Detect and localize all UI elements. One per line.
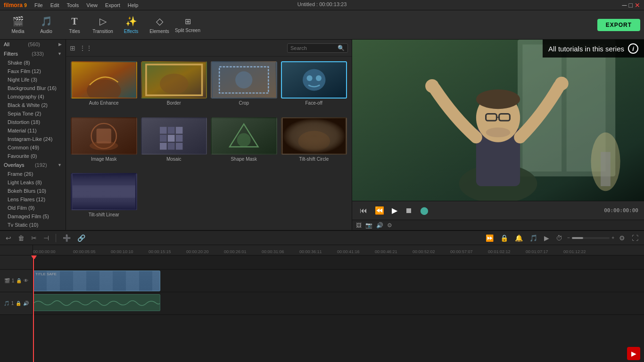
export-button[interactable]: EXPORT <box>597 19 640 31</box>
lock-icon[interactable]: 🔒 <box>16 278 22 283</box>
menu-file[interactable]: File <box>34 2 43 8</box>
split-screen-icon: ⊞ <box>185 17 191 26</box>
sidebar-item-damaged-film[interactable]: Damaged Film (5) <box>0 212 66 221</box>
filmora-corner-btn[interactable]: ▶ <box>627 347 640 360</box>
timeline-ruler[interactable]: 00:00:00:00 00:00:05:05 00:00:10:10 00:0… <box>33 245 644 255</box>
cut-btn[interactable]: ✂ <box>29 233 39 243</box>
menu-view[interactable]: View <box>86 2 98 8</box>
sidebar-item-lomography[interactable]: Lomography (4) <box>0 92 66 101</box>
effect-crop[interactable]: Crop <box>211 61 277 114</box>
add-media-btn[interactable]: ➕ <box>61 233 73 243</box>
sidebar-all[interactable]: All (560) ▶ <box>0 40 66 49</box>
sidebar-item-bw[interactable]: Black & White (2) <box>0 101 66 109</box>
audio-icon: 🎵 <box>41 16 52 27</box>
toolbar-titles[interactable]: T Titles <box>60 12 89 38</box>
svg-rect-9 <box>303 69 325 91</box>
close-btn[interactable]: ✕ <box>635 1 640 9</box>
sidebar-item-night-life[interactable]: Night Life (3) <box>0 75 66 84</box>
eye-icon[interactable]: 👁 <box>24 278 28 283</box>
sidebar-item-faux-film[interactable]: Faux Film (12) <box>0 67 66 75</box>
menu-tools[interactable]: Tools <box>67 2 79 8</box>
music-tl[interactable]: 🎵 <box>528 233 539 243</box>
fast-forward-tl[interactable]: ⏩ <box>484 233 495 243</box>
sidebar-item-common[interactable]: Common (49) <box>0 143 66 152</box>
sidebar-item-bokeh[interactable]: Bokeh Blurs (10) <box>0 187 66 195</box>
camera-btn[interactable]: 📷 <box>365 222 372 229</box>
delete-btn[interactable]: 🗑 <box>16 233 26 243</box>
effect-tilt-shift-linear[interactable]: Tilt-shift Linear <box>71 173 137 225</box>
bell-tl[interactable]: 🔔 <box>513 233 525 243</box>
playhead-triangle <box>32 255 37 259</box>
sidebar-item-material[interactable]: Material (11) <box>0 126 66 135</box>
video-clip[interactable]: TITLE SAFE <box>33 271 160 291</box>
sidebar-item-distortion[interactable]: Distortion (18) <box>0 118 66 126</box>
ruler-mark-12: 00:01:02:12 <box>488 249 511 254</box>
sepia-label: Sepia Tone (2) <box>8 111 41 116</box>
ruler-mark-4: 00:00:20:20 <box>186 249 209 254</box>
play-button[interactable]: ▶ <box>390 205 399 216</box>
menu-export[interactable]: Export <box>105 2 120 8</box>
toolbar-transition[interactable]: ▷ Transition <box>89 12 117 38</box>
info-icon[interactable]: i <box>628 43 638 54</box>
sidebar-overlays[interactable]: Overlays (192) ▼ <box>0 160 66 170</box>
effect-image-mask[interactable]: Image Mask <box>71 117 137 170</box>
sidebar-item-lens-flares[interactable]: Lens Flares (12) <box>0 195 66 204</box>
screenshot-btn[interactable]: 🖼 <box>356 222 362 229</box>
sidebar-item-tv-static[interactable]: Tv Static (10) <box>0 221 66 229</box>
track-empty-content[interactable] <box>33 255 644 269</box>
sidebar-item-view-finder[interactable]: View Finder (7) <box>0 229 66 230</box>
audio-clip[interactable] <box>33 294 160 311</box>
all-tutorials-badge[interactable]: All tutorials in this series i <box>543 40 644 58</box>
effect-face-off[interactable]: Face-off <box>281 61 347 114</box>
audio-volume-icon[interactable]: 🔊 <box>23 301 29 306</box>
sidebar-item-light-leaks[interactable]: Light Leaks (8) <box>0 178 66 187</box>
audio-lock-icon[interactable]: 🔒 <box>16 301 21 306</box>
sidebar-item-instagram[interactable]: Instagram-Like (24) <box>0 135 66 143</box>
volume-btn[interactable]: 🔊 <box>376 222 383 229</box>
audio-track-content[interactable] <box>33 292 644 314</box>
video-track-content[interactable]: TITLE SAFE <box>33 270 644 292</box>
lock-tl[interactable]: 🔒 <box>498 233 510 243</box>
sidebar-item-frame[interactable]: Frame (26) <box>0 170 66 178</box>
elements-icon: ◇ <box>156 16 163 27</box>
play-begin-button[interactable]: ⏮ <box>358 206 369 216</box>
sidebar-item-bg-blur[interactable]: Background Blur (16) <box>0 84 66 92</box>
maximize-btn[interactable]: □ <box>629 1 633 9</box>
menu-edit[interactable]: Edit <box>50 2 59 8</box>
effect-auto-enhance[interactable]: Auto Enhance <box>71 61 137 114</box>
record-button[interactable]: ⬤ <box>418 205 430 216</box>
stop-button[interactable]: ⏹ <box>403 206 414 216</box>
effect-mosaic[interactable]: Mosaic <box>141 117 207 170</box>
toolbar-audio[interactable]: 🎵 Audio <box>32 12 60 38</box>
settings-tl[interactable]: ⚙ <box>617 233 627 243</box>
split-btn[interactable]: ⊣ <box>41 233 51 243</box>
link-btn[interactable]: 🔗 <box>75 233 87 243</box>
effect-border[interactable]: Border <box>141 61 207 114</box>
effect-shape-mask[interactable]: Shape Mask <box>211 117 277 170</box>
sidebar-filters[interactable]: Filters (333) ▼ <box>0 49 66 58</box>
sidebar-item-sepia[interactable]: Sepia Tone (2) <box>0 109 66 118</box>
render-tl[interactable]: ▶ <box>542 233 551 243</box>
audio-track-icon: 🎵 <box>4 301 9 306</box>
toolbar-media[interactable]: 🎬 Media <box>4 12 32 38</box>
rewind-button[interactable]: ⏪ <box>373 205 386 216</box>
toolbar-split-screen[interactable]: ⊞ Split Screen <box>173 12 202 38</box>
clock-tl[interactable]: ⏱ <box>554 233 564 243</box>
svg-rect-31 <box>282 118 345 154</box>
zoom-slider[interactable] <box>572 237 610 239</box>
search-input[interactable] <box>290 45 338 51</box>
undo-btn[interactable]: ↩ <box>4 233 13 243</box>
sidebar-item-favourite[interactable]: Favourite (0) <box>0 152 66 160</box>
toolbar-effects[interactable]: ✨ Effects <box>117 12 145 38</box>
search-box[interactable]: 🔍 <box>287 43 348 53</box>
expand-tl[interactable]: ⛶ <box>630 233 640 243</box>
toolbar-elements[interactable]: ◇ Elements <box>145 12 173 38</box>
settings-btn[interactable]: ⚙ <box>387 222 392 229</box>
menu-help[interactable]: Help <box>128 2 139 8</box>
minimize-btn[interactable]: ─ <box>622 1 627 9</box>
video-track-icon: 🎬 <box>4 278 10 283</box>
sidebar-item-old-film[interactable]: Old Film (9) <box>0 204 66 212</box>
effect-tilt-shift-circle[interactable]: Tilt-shift Circle <box>281 117 347 170</box>
sidebar: All (560) ▶ Filters (333) ▼ Shake (8) Fa… <box>0 40 66 230</box>
sidebar-item-shake[interactable]: Shake (8) <box>0 58 66 67</box>
